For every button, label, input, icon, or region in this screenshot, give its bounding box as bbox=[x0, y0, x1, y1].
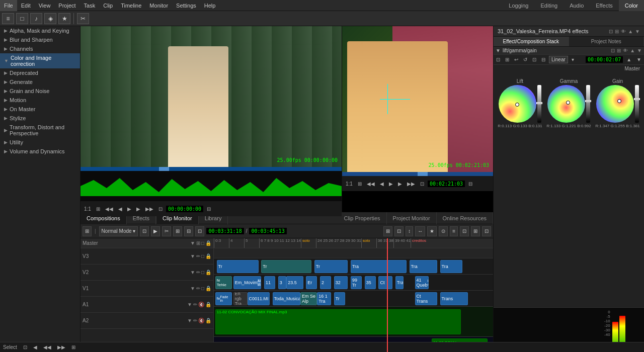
menu-monitor[interactable]: Monitor bbox=[145, 0, 172, 11]
cw-btn8[interactable]: ▲ bbox=[625, 57, 633, 62]
sidebar-item-utility[interactable]: ▶ Utility bbox=[0, 138, 80, 147]
sidebar-item-channels[interactable]: ▶ Channels bbox=[0, 44, 80, 53]
v3-icon1[interactable]: ▼ bbox=[190, 253, 195, 259]
tl-normal-mode[interactable]: Normal Mode ▾ bbox=[99, 226, 138, 236]
tl-btn3[interactable]: ✂ bbox=[162, 226, 171, 236]
tl-btn8[interactable]: ⊡ bbox=[394, 226, 404, 236]
sidebar-item-color[interactable]: ▼ Color and Image correction bbox=[0, 53, 80, 68]
preview-left-seekbar[interactable] bbox=[80, 167, 342, 171]
menu-timeline[interactable]: Timeline bbox=[117, 0, 145, 11]
cw-btn6[interactable]: ⊟ bbox=[540, 57, 547, 62]
preview-btn5[interactable]: ▶▶ bbox=[144, 206, 155, 212]
clip-v1-8[interactable]: CtTrans bbox=[415, 292, 437, 305]
preview-btn4[interactable]: ▶ bbox=[135, 206, 142, 212]
clip-v2-11[interactable]: Ct bbox=[378, 276, 392, 289]
preview-scale[interactable]: 1:1 bbox=[83, 206, 93, 212]
tab-audio[interactable]: Audio bbox=[564, 0, 590, 11]
clip-v2-6[interactable]: Er bbox=[306, 276, 317, 289]
clip-v1-3[interactable]: C0011.MI bbox=[248, 292, 270, 305]
tl-btn2[interactable]: ▶ bbox=[151, 226, 160, 236]
sidebar-item-stylize[interactable]: ▶ Stylize bbox=[0, 114, 80, 123]
clip-v1-4[interactable]: Toda_Musica bbox=[273, 292, 301, 305]
rp-tab-notes[interactable]: Project Notes bbox=[569, 37, 645, 46]
tl-btn15[interactable]: ⊞ bbox=[471, 226, 480, 236]
bp-btn3[interactable]: ◀◀ bbox=[40, 344, 54, 350]
v1-icon3[interactable]: □ bbox=[201, 286, 204, 291]
tab-project-monitor[interactable]: Project Monitor bbox=[387, 212, 437, 224]
cw-btn7[interactable]: ▾ bbox=[570, 57, 576, 62]
gamma-wheel[interactable] bbox=[547, 85, 585, 123]
lgg-icon1[interactable]: ⊡ bbox=[611, 48, 615, 53]
clip-v2-3[interactable]: 11 bbox=[264, 276, 275, 289]
clip-v3-6[interactable]: Tra bbox=[440, 260, 462, 273]
bp-btn1[interactable]: ⊡ bbox=[20, 344, 30, 350]
v2-icon1[interactable]: ▼ bbox=[190, 270, 195, 275]
a2-icon4[interactable]: 🔒 bbox=[205, 318, 211, 323]
a2-icon2[interactable]: ✏ bbox=[193, 318, 197, 323]
tl-btn14[interactable]: ⊡ bbox=[460, 226, 469, 236]
v2-icon2[interactable]: ✏ bbox=[196, 270, 200, 275]
master-icon2[interactable]: ⊞ bbox=[196, 240, 200, 246]
tl-btn7[interactable]: ⊞ bbox=[383, 226, 392, 236]
lgg-icon2[interactable]: ⊞ bbox=[617, 48, 621, 53]
master-icon1[interactable]: ▼ bbox=[190, 240, 195, 246]
menu-settings[interactable]: Settings bbox=[172, 0, 200, 11]
tab-effects[interactable]: Effects bbox=[590, 0, 618, 11]
tl-btn10[interactable]: ↔ bbox=[415, 226, 425, 236]
gamma-slider[interactable] bbox=[586, 85, 590, 123]
tab-color[interactable]: Color bbox=[619, 0, 644, 11]
clip-v1-5[interactable]: Em SeAlp bbox=[300, 292, 317, 305]
sidebar-item-alpha[interactable]: ▶ Alpha, Mask and Keying bbox=[0, 26, 80, 35]
preview-btn7[interactable]: ⊟ bbox=[205, 206, 212, 212]
preview-right-btn6[interactable]: ⊡ bbox=[419, 181, 426, 187]
sidebar-item-deprecated[interactable]: ▶ Deprecated bbox=[0, 68, 80, 77]
tl-btn5[interactable]: ⊟ bbox=[184, 226, 193, 236]
clip-v2-8[interactable]: 32 bbox=[334, 276, 348, 289]
cw-btn1[interactable]: ⊡ bbox=[495, 57, 502, 62]
menu-view[interactable]: View bbox=[35, 0, 55, 11]
rp-icon1[interactable]: ⊡ bbox=[609, 29, 613, 34]
clip-v3-5[interactable]: Tra bbox=[410, 260, 438, 273]
v2-icon3[interactable]: □ bbox=[201, 270, 204, 275]
clip-v1-2[interactable]: En rgbTra bbox=[233, 292, 248, 305]
v1-icon1[interactable]: ▼ bbox=[190, 286, 195, 291]
preview-right-handle[interactable] bbox=[418, 172, 428, 176]
cw-btn4[interactable]: ↺ bbox=[522, 57, 529, 62]
clip-v3-1[interactable]: Tr bbox=[217, 260, 259, 273]
v1-icon4[interactable]: 🔒 bbox=[205, 286, 211, 291]
cw-mode[interactable]: Linear bbox=[549, 56, 568, 63]
tl-btn12[interactable]: ⊙ bbox=[439, 226, 448, 236]
lgg-icon4[interactable]: ▲ bbox=[630, 48, 635, 53]
bp-btn2[interactable]: ◀ bbox=[30, 344, 40, 350]
preview-btn1[interactable]: ⊞ bbox=[95, 206, 102, 212]
clip-v1-6[interactable]: 16 1Tra bbox=[317, 292, 331, 305]
bp-btn4[interactable]: ▶▶ bbox=[54, 344, 68, 350]
toolbar-cut-btn[interactable]: ✂ bbox=[77, 13, 89, 24]
sidebar-item-volume[interactable]: ▶ Volume and Dynamics bbox=[0, 147, 80, 156]
bp-btn5[interactable]: ⊞ bbox=[68, 344, 78, 350]
preview-right-btn4[interactable]: ▶ bbox=[396, 181, 404, 187]
master-icon3[interactable]: □ bbox=[201, 240, 204, 246]
clip-v2-label[interactable]: fe Tehle bbox=[215, 276, 232, 289]
a1-icon1[interactable]: ▼ bbox=[187, 302, 192, 307]
menu-task[interactable]: Task bbox=[80, 0, 100, 11]
cw-btn3[interactable]: ↩ bbox=[513, 57, 520, 62]
tl-btn13[interactable]: ≡ bbox=[450, 226, 458, 236]
preview-right-btn2[interactable]: ◀◀ bbox=[365, 181, 376, 187]
clip-v2-5[interactable]: 23.5 bbox=[286, 276, 303, 289]
clip-v3-3[interactable]: Tr bbox=[314, 260, 348, 273]
a2-icon1[interactable]: ▼ bbox=[187, 318, 192, 323]
v3-icon2[interactable]: ✏ bbox=[196, 253, 200, 259]
toolbar-menu-btn[interactable]: ≡ bbox=[2, 13, 14, 24]
preview-right-btn7[interactable]: ⊟ bbox=[467, 181, 474, 187]
tl-btn16[interactable]: ⊡ bbox=[482, 226, 491, 236]
clip-v3-2[interactable]: Tr bbox=[261, 260, 311, 273]
clip-v2-9[interactable]: 99 Tr bbox=[351, 276, 362, 289]
a1-icon3[interactable]: 🔇 bbox=[198, 302, 204, 307]
sidebar-item-onmaster[interactable]: ▶ On Master bbox=[0, 105, 80, 114]
v2-icon4[interactable]: 🔒 bbox=[205, 270, 211, 275]
rp-icon5[interactable]: ▼ bbox=[635, 29, 640, 34]
clip-v1-9[interactable]: Trans bbox=[440, 292, 468, 305]
preview-right-play-btn[interactable]: ▶ bbox=[387, 181, 394, 187]
tab-logging[interactable]: Logging bbox=[503, 0, 534, 11]
